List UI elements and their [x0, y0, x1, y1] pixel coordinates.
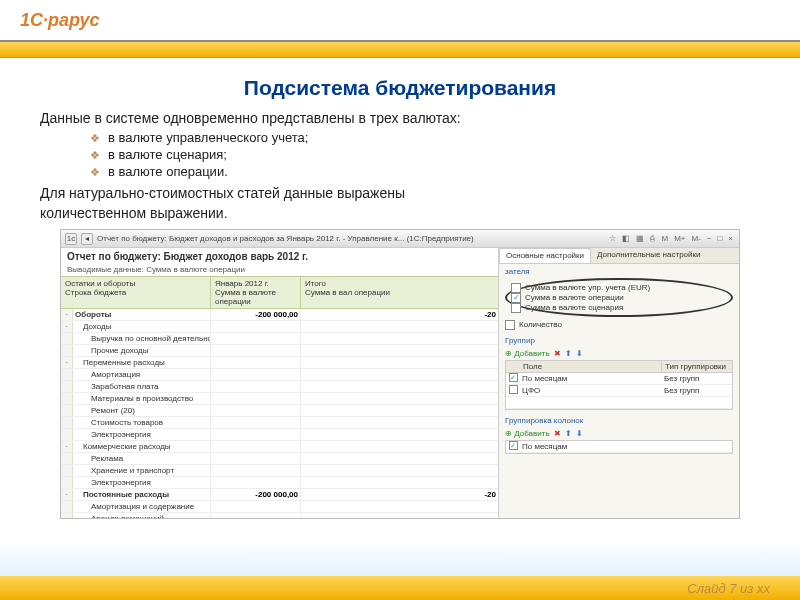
- table-row[interactable]: Хранение и транспорт: [61, 465, 498, 477]
- window-title: Отчет по бюджету: Бюджет доходов и расхо…: [97, 234, 603, 243]
- m-button[interactable]: M: [659, 234, 670, 243]
- bullet-list: в валюте управленческого учета; в валюте…: [90, 130, 760, 179]
- bullet-item: в валюте управленческого учета;: [90, 130, 760, 145]
- group-rows-label: Группир: [505, 336, 733, 345]
- settings-tabs: Основные настройки Дополнительные настро…: [499, 248, 739, 264]
- grp-col-type: Тип группировки: [662, 361, 732, 372]
- minimize-icon[interactable]: −: [705, 234, 714, 243]
- move-up-button[interactable]: ⬆: [565, 349, 572, 358]
- indicators-section: зателя Сумма в валюте упр. учета (EUR) ✓…: [499, 264, 739, 333]
- table-row[interactable]: -Постоянные расходы-200 000,00-20: [61, 489, 498, 501]
- delete-button[interactable]: ✖: [554, 429, 561, 438]
- move-down-button[interactable]: ⬇: [576, 349, 583, 358]
- table-row[interactable]: -Доходы: [61, 321, 498, 333]
- indicators-label: зателя: [505, 267, 733, 276]
- group-rows-table: Поле Тип группировки ✓ По месяцам Без гр…: [505, 360, 733, 410]
- footer-bar: Слайд 7 из хх: [0, 576, 800, 600]
- paragraph-2b: количественном выражении.: [40, 205, 760, 221]
- table-row[interactable]: -Переменные расходы: [61, 357, 498, 369]
- paragraph-2a: Для натурально-стоимостных статей данные…: [40, 185, 760, 201]
- app-icon: 1c: [65, 233, 77, 245]
- grp-col-field: Поле: [520, 361, 662, 372]
- check-quantity[interactable]: Количество: [505, 320, 733, 329]
- app-window: 1c ◂ Отчет по бюджету: Бюджет доходов и …: [60, 229, 740, 519]
- orange-divider: [0, 42, 800, 58]
- page-title: Подсистема бюджетирования: [40, 76, 760, 100]
- close-icon[interactable]: ×: [726, 234, 735, 243]
- grid-col-2: Январь 2012 г. Сумма в валюте операции: [211, 277, 301, 308]
- group-cols-toolbar: ⊕ Добавить ✖ ⬆ ⬇: [505, 427, 733, 440]
- table-row[interactable]: Амортизация и содержание: [61, 501, 498, 513]
- window-titlebar[interactable]: 1c ◂ Отчет по бюджету: Бюджет доходов и …: [61, 230, 739, 248]
- group-rows-toolbar: ⊕ Добавить ✖ ⬆ ⬇: [505, 347, 733, 360]
- table-row[interactable]: Стоимость товаров: [61, 417, 498, 429]
- check-currency-operation[interactable]: ✓Сумма в валюте операции: [511, 293, 727, 302]
- tab-additional-settings[interactable]: Дополнительные настройки: [591, 248, 706, 263]
- grid-icon[interactable]: ▦: [634, 234, 646, 243]
- layout-icon[interactable]: ◧: [620, 234, 632, 243]
- report-title: Отчет по бюджету: Бюджет доходов варь 20…: [61, 248, 498, 265]
- report-subtitle: Выводимые данные: Сумма в валюте операци…: [61, 265, 498, 276]
- group-rows-section: Группир ⊕ Добавить ✖ ⬆ ⬇ Поле Тип группи…: [499, 333, 739, 413]
- move-up-button[interactable]: ⬆: [565, 429, 572, 438]
- delete-button[interactable]: ✖: [554, 349, 561, 358]
- slide-content: Подсистема бюджетирования Данные в систе…: [0, 58, 800, 519]
- grid-col-1: Остатки и обороты Строка бюджета: [61, 277, 211, 308]
- table-row[interactable]: Прочие доходы: [61, 345, 498, 357]
- bullet-item: в валюте операции.: [90, 164, 760, 179]
- check-currency-scenario[interactable]: Сумма в валюте сценария: [511, 303, 727, 312]
- header-bar: 1С·рарус: [0, 0, 800, 42]
- settings-pane: Основные настройки Дополнительные настро…: [499, 248, 739, 518]
- window-body: Отчет по бюджету: Бюджет доходов варь 20…: [61, 248, 739, 518]
- table-row[interactable]: Электроэнергия: [61, 477, 498, 489]
- group-row[interactable]: ✓ По месяцам: [506, 441, 732, 453]
- table-row[interactable]: Реклама: [61, 453, 498, 465]
- currency-annotation: Сумма в валюте упр. учета (EUR) ✓Сумма в…: [505, 278, 733, 317]
- logo: 1С·рарус: [20, 10, 100, 31]
- table-row[interactable]: Материалы в производство: [61, 393, 498, 405]
- move-down-button[interactable]: ⬇: [576, 429, 583, 438]
- maximize-icon[interactable]: □: [715, 234, 724, 243]
- grid-col-3: Итого Сумма в вал операции: [301, 277, 498, 308]
- group-row[interactable]: ✓ По месяцам Без групп: [506, 373, 732, 385]
- m-plus-button[interactable]: M+: [672, 234, 687, 243]
- window-controls: ☆ ◧ ▦ ⎙ M M+ M- − □ ×: [607, 234, 735, 243]
- table-row[interactable]: Аренда помещений: [61, 513, 498, 518]
- logo-main: 1С·рарус: [20, 10, 100, 30]
- group-cols-section: Группировка колонок ⊕ Добавить ✖ ⬆ ⬇ ✓ П…: [499, 413, 739, 457]
- table-row[interactable]: Амортизация: [61, 369, 498, 381]
- group-row[interactable]: ЦФО Без групп: [506, 385, 732, 397]
- bullet-item: в валюте сценария;: [90, 147, 760, 162]
- m-minus-button[interactable]: M-: [689, 234, 702, 243]
- grid-body[interactable]: -Обороты-200 000,00-20-ДоходыВыручка по …: [61, 309, 498, 518]
- add-button[interactable]: ⊕ Добавить: [505, 429, 550, 438]
- table-row[interactable]: Ремонт (20): [61, 405, 498, 417]
- grid-header: Остатки и обороты Строка бюджета Январь …: [61, 276, 498, 309]
- table-row[interactable]: Заработная плата: [61, 381, 498, 393]
- slide-counter: Слайд 7 из хх: [687, 581, 770, 596]
- group-cols-label: Группировка колонок: [505, 416, 733, 425]
- table-row[interactable]: Электроэнергия: [61, 429, 498, 441]
- table-row[interactable]: Выручка по основной деятельности: [61, 333, 498, 345]
- nav-back-icon[interactable]: ◂: [81, 233, 93, 245]
- check-currency-eur[interactable]: Сумма в валюте упр. учета (EUR): [511, 283, 727, 292]
- table-row[interactable]: -Коммерческие расходы: [61, 441, 498, 453]
- report-pane: Отчет по бюджету: Бюджет доходов варь 20…: [61, 248, 499, 518]
- group-cols-table: ✓ По месяцам: [505, 440, 733, 454]
- table-row[interactable]: -Обороты-200 000,00-20: [61, 309, 498, 321]
- intro-text: Данные в системе одновременно представле…: [40, 110, 760, 126]
- add-button[interactable]: ⊕ Добавить: [505, 349, 550, 358]
- tab-main-settings[interactable]: Основные настройки: [499, 248, 591, 263]
- fav-icon[interactable]: ☆: [607, 234, 618, 243]
- print-icon[interactable]: ⎙: [648, 234, 657, 243]
